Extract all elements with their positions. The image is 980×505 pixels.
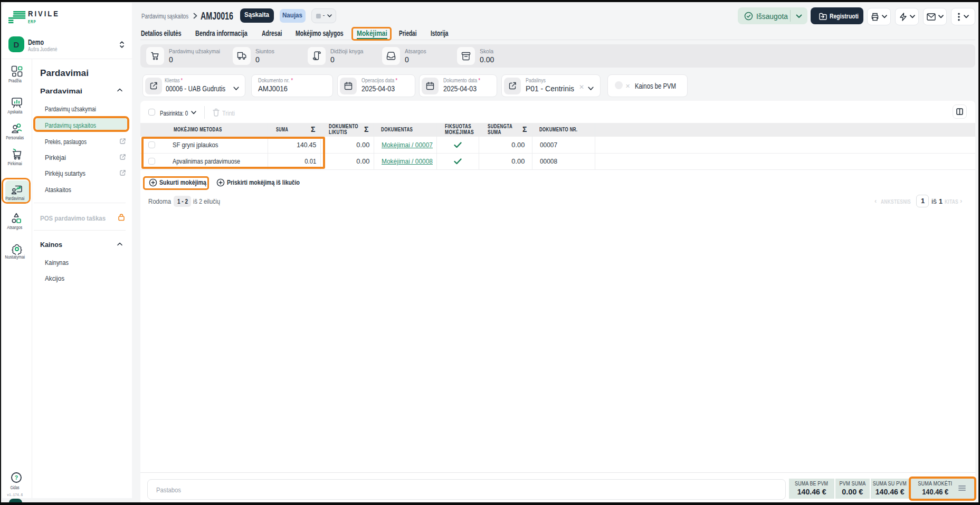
svg-text:?: ? — [15, 474, 18, 481]
